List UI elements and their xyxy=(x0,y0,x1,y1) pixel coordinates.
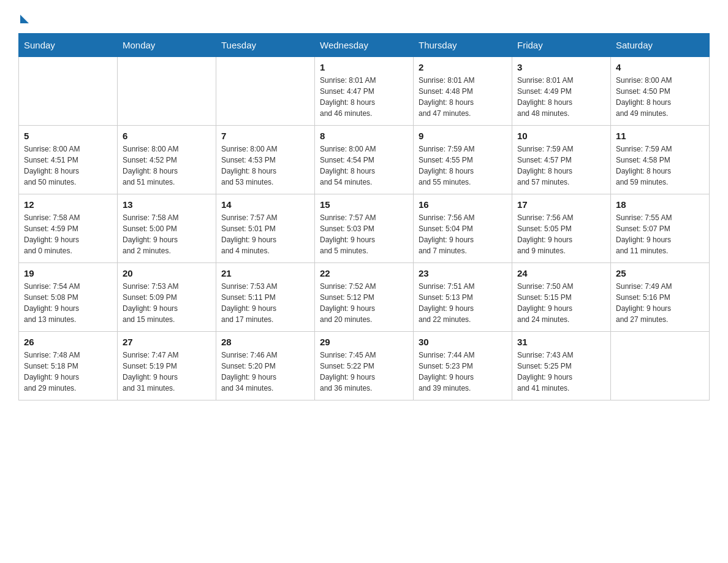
day-info: Sunrise: 7:54 AM Sunset: 5:08 PM Dayligh… xyxy=(24,281,112,325)
day-number: 18 xyxy=(616,199,704,210)
calendar-cell: 5Sunrise: 8:00 AM Sunset: 4:51 PM Daylig… xyxy=(19,126,118,194)
calendar-cell: 29Sunrise: 7:45 AM Sunset: 5:22 PM Dayli… xyxy=(315,332,414,400)
day-number: 21 xyxy=(221,268,309,278)
calendar-cell: 6Sunrise: 8:00 AM Sunset: 4:52 PM Daylig… xyxy=(118,126,216,194)
day-info: Sunrise: 7:57 AM Sunset: 5:03 PM Dayligh… xyxy=(320,212,408,256)
calendar-cell: 11Sunrise: 7:59 AM Sunset: 4:58 PM Dayli… xyxy=(611,126,710,194)
logo xyxy=(18,12,29,21)
day-info: Sunrise: 8:01 AM Sunset: 4:49 PM Dayligh… xyxy=(517,75,605,119)
day-info: Sunrise: 7:57 AM Sunset: 5:01 PM Dayligh… xyxy=(221,212,309,256)
calendar-cell: 24Sunrise: 7:50 AM Sunset: 5:15 PM Dayli… xyxy=(512,263,611,332)
day-number: 14 xyxy=(221,199,309,210)
calendar-cell xyxy=(19,57,118,126)
calendar-cell: 22Sunrise: 7:52 AM Sunset: 5:12 PM Dayli… xyxy=(315,263,414,332)
day-info: Sunrise: 8:00 AM Sunset: 4:53 PM Dayligh… xyxy=(221,144,309,188)
day-header-thursday: Thursday xyxy=(414,34,512,57)
calendar-cell xyxy=(118,57,216,126)
day-number: 29 xyxy=(320,337,408,347)
day-info: Sunrise: 8:00 AM Sunset: 4:50 PM Dayligh… xyxy=(616,75,704,119)
calendar-cell: 1Sunrise: 8:01 AM Sunset: 4:47 PM Daylig… xyxy=(315,57,414,126)
day-number: 7 xyxy=(221,131,309,141)
day-number: 5 xyxy=(24,131,112,141)
calendar-cell xyxy=(216,57,315,126)
logo-arrow-icon xyxy=(20,15,29,23)
day-info: Sunrise: 7:47 AM Sunset: 5:19 PM Dayligh… xyxy=(123,350,211,394)
day-number: 17 xyxy=(517,199,605,210)
day-number: 12 xyxy=(24,199,112,210)
day-info: Sunrise: 7:55 AM Sunset: 5:07 PM Dayligh… xyxy=(616,212,704,256)
day-info: Sunrise: 7:46 AM Sunset: 5:20 PM Dayligh… xyxy=(221,350,309,394)
day-header-monday: Monday xyxy=(118,34,216,57)
day-number: 4 xyxy=(616,62,704,72)
calendar-cell: 13Sunrise: 7:58 AM Sunset: 5:00 PM Dayli… xyxy=(118,194,216,263)
day-header-sunday: Sunday xyxy=(19,34,118,57)
day-number: 23 xyxy=(419,268,507,278)
day-number: 15 xyxy=(320,199,408,210)
day-number: 9 xyxy=(419,131,507,141)
day-info: Sunrise: 7:48 AM Sunset: 5:18 PM Dayligh… xyxy=(24,350,112,394)
day-number: 8 xyxy=(320,131,408,141)
calendar-cell: 16Sunrise: 7:56 AM Sunset: 5:04 PM Dayli… xyxy=(414,194,512,263)
day-info: Sunrise: 7:52 AM Sunset: 5:12 PM Dayligh… xyxy=(320,281,408,325)
day-header-saturday: Saturday xyxy=(611,34,710,57)
day-info: Sunrise: 7:43 AM Sunset: 5:25 PM Dayligh… xyxy=(517,350,605,394)
calendar-cell: 30Sunrise: 7:44 AM Sunset: 5:23 PM Dayli… xyxy=(414,332,512,400)
calendar-cell: 31Sunrise: 7:43 AM Sunset: 5:25 PM Dayli… xyxy=(512,332,611,400)
calendar-header-row: SundayMondayTuesdayWednesdayThursdayFrid… xyxy=(19,34,710,57)
day-number: 16 xyxy=(419,199,507,210)
calendar-cell: 28Sunrise: 7:46 AM Sunset: 5:20 PM Dayli… xyxy=(216,332,315,400)
day-header-wednesday: Wednesday xyxy=(315,34,414,57)
calendar-cell: 27Sunrise: 7:47 AM Sunset: 5:19 PM Dayli… xyxy=(118,332,216,400)
day-number: 25 xyxy=(616,268,704,278)
day-info: Sunrise: 8:01 AM Sunset: 4:47 PM Dayligh… xyxy=(320,75,408,119)
day-info: Sunrise: 8:00 AM Sunset: 4:51 PM Dayligh… xyxy=(24,144,112,188)
calendar-cell: 3Sunrise: 8:01 AM Sunset: 4:49 PM Daylig… xyxy=(512,57,611,126)
calendar-week-row: 1Sunrise: 8:01 AM Sunset: 4:47 PM Daylig… xyxy=(19,57,710,126)
calendar-cell: 20Sunrise: 7:53 AM Sunset: 5:09 PM Dayli… xyxy=(118,263,216,332)
day-number: 2 xyxy=(419,62,507,72)
day-number: 30 xyxy=(419,337,507,347)
calendar-week-row: 5Sunrise: 8:00 AM Sunset: 4:51 PM Daylig… xyxy=(19,126,710,194)
day-info: Sunrise: 7:59 AM Sunset: 4:57 PM Dayligh… xyxy=(517,144,605,188)
day-number: 28 xyxy=(221,337,309,347)
day-number: 19 xyxy=(24,268,112,278)
day-info: Sunrise: 8:00 AM Sunset: 4:54 PM Dayligh… xyxy=(320,144,408,188)
calendar-week-row: 12Sunrise: 7:58 AM Sunset: 4:59 PM Dayli… xyxy=(19,194,710,263)
calendar-cell: 14Sunrise: 7:57 AM Sunset: 5:01 PM Dayli… xyxy=(216,194,315,263)
day-info: Sunrise: 7:56 AM Sunset: 5:04 PM Dayligh… xyxy=(419,212,507,256)
day-number: 27 xyxy=(123,337,211,347)
calendar-cell: 12Sunrise: 7:58 AM Sunset: 4:59 PM Dayli… xyxy=(19,194,118,263)
day-header-friday: Friday xyxy=(512,34,611,57)
day-number: 13 xyxy=(123,199,211,210)
day-number: 10 xyxy=(517,131,605,141)
calendar-cell: 10Sunrise: 7:59 AM Sunset: 4:57 PM Dayli… xyxy=(512,126,611,194)
calendar-cell: 15Sunrise: 7:57 AM Sunset: 5:03 PM Dayli… xyxy=(315,194,414,263)
calendar-cell: 2Sunrise: 8:01 AM Sunset: 4:48 PM Daylig… xyxy=(414,57,512,126)
calendar-cell: 18Sunrise: 7:55 AM Sunset: 5:07 PM Dayli… xyxy=(611,194,710,263)
day-number: 31 xyxy=(517,337,605,347)
day-number: 22 xyxy=(320,268,408,278)
day-info: Sunrise: 7:59 AM Sunset: 4:58 PM Dayligh… xyxy=(616,144,704,188)
calendar-cell: 19Sunrise: 7:54 AM Sunset: 5:08 PM Dayli… xyxy=(19,263,118,332)
day-info: Sunrise: 7:59 AM Sunset: 4:55 PM Dayligh… xyxy=(419,144,507,188)
day-info: Sunrise: 7:58 AM Sunset: 5:00 PM Dayligh… xyxy=(123,212,211,256)
calendar-cell: 8Sunrise: 8:00 AM Sunset: 4:54 PM Daylig… xyxy=(315,126,414,194)
day-info: Sunrise: 7:49 AM Sunset: 5:16 PM Dayligh… xyxy=(616,281,704,325)
day-info: Sunrise: 8:01 AM Sunset: 4:48 PM Dayligh… xyxy=(419,75,507,119)
calendar-cell: 23Sunrise: 7:51 AM Sunset: 5:13 PM Dayli… xyxy=(414,263,512,332)
day-number: 26 xyxy=(24,337,112,347)
day-number: 24 xyxy=(517,268,605,278)
calendar-table: SundayMondayTuesdayWednesdayThursdayFrid… xyxy=(18,33,710,400)
calendar-cell: 26Sunrise: 7:48 AM Sunset: 5:18 PM Dayli… xyxy=(19,332,118,400)
day-info: Sunrise: 8:00 AM Sunset: 4:52 PM Dayligh… xyxy=(123,144,211,188)
day-info: Sunrise: 7:58 AM Sunset: 4:59 PM Dayligh… xyxy=(24,212,112,256)
day-number: 11 xyxy=(616,131,704,141)
day-info: Sunrise: 7:51 AM Sunset: 5:13 PM Dayligh… xyxy=(419,281,507,325)
calendar-cell: 17Sunrise: 7:56 AM Sunset: 5:05 PM Dayli… xyxy=(512,194,611,263)
page-header xyxy=(18,12,710,21)
day-info: Sunrise: 7:45 AM Sunset: 5:22 PM Dayligh… xyxy=(320,350,408,394)
calendar-cell: 21Sunrise: 7:53 AM Sunset: 5:11 PM Dayli… xyxy=(216,263,315,332)
day-info: Sunrise: 7:53 AM Sunset: 5:11 PM Dayligh… xyxy=(221,281,309,325)
calendar-cell: 25Sunrise: 7:49 AM Sunset: 5:16 PM Dayli… xyxy=(611,263,710,332)
day-info: Sunrise: 7:50 AM Sunset: 5:15 PM Dayligh… xyxy=(517,281,605,325)
